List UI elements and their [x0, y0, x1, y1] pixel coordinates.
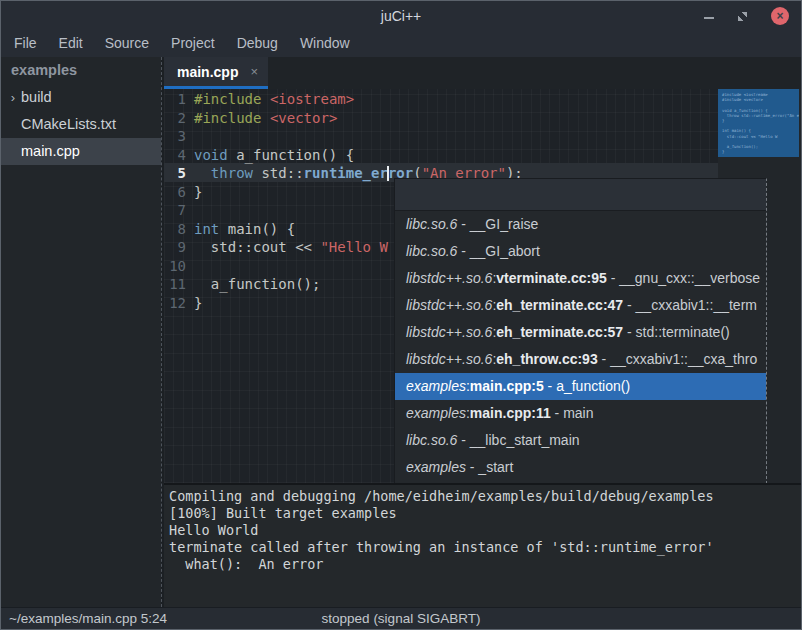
frame-text-segment: libc.so.6: [406, 216, 457, 232]
tab-close-icon[interactable]: ×: [250, 64, 258, 79]
source-map-viewport[interactable]: #include <iostream> #include <vector> vo…: [718, 89, 799, 157]
debug-status: stopped (signal SIGABRT): [322, 611, 481, 626]
terminal-line: Compiling and debugging /home/eidheim/ex…: [169, 488, 796, 505]
frame-text-segment: - __GI_abort: [457, 243, 540, 259]
chevron-right-icon[interactable]: ›: [5, 84, 21, 111]
terminal-line: terminate called after throwing an insta…: [169, 539, 796, 556]
code-line-text: }: [186, 183, 202, 202]
frame-text-segment: - __gnu_cxx::__verbose: [607, 270, 760, 286]
line-number: 2: [164, 109, 186, 128]
sidebar-item-label: CMakeLists.txt: [21, 111, 116, 138]
frame-text-segment: - __cxxabiv1::__term: [623, 297, 757, 313]
line-number: 12: [164, 294, 186, 313]
line-number: 9: [164, 238, 186, 257]
code-token: #include: [194, 110, 261, 126]
line-number: 3: [164, 127, 186, 146]
frame-text-segment: - __GI_raise: [457, 216, 538, 232]
frame-text-segment: - a_function(): [544, 378, 630, 394]
frame-text-segment: eh_throw.cc:93: [496, 351, 597, 367]
backtrace-frame[interactable]: libstdc++.so.6:eh_terminate.cc:47 - __cx…: [395, 292, 766, 319]
menu-item-source[interactable]: Source: [94, 31, 160, 57]
backtrace-frame[interactable]: libstdc++.so.6:eh_throw.cc:93 - __cxxabi…: [395, 346, 766, 373]
frame-text-segment: main.cpp:5: [470, 378, 544, 394]
menu-item-project[interactable]: Project: [160, 31, 226, 57]
backtrace-frame[interactable]: libc.so.6 - __GI_raise: [395, 211, 766, 238]
code-token: [261, 91, 269, 107]
code-line-text: [186, 127, 194, 146]
code-token: #include: [194, 91, 261, 107]
frame-text-segment: examples: [406, 405, 466, 421]
menu-item-file[interactable]: File: [3, 31, 48, 57]
code-token: [194, 165, 211, 181]
frame-text-segment: - _start: [466, 459, 513, 475]
code-token: int: [194, 221, 219, 237]
title-bar: juCi++ ×: [1, 1, 801, 31]
backtrace-frame[interactable]: libc.so.6 - __libc_start_main: [395, 427, 766, 454]
backtrace-popup: libc.so.6 - __GI_raiselibc.so.6 - __GI_a…: [394, 178, 767, 483]
code-line-text: }: [186, 294, 202, 313]
frame-text-segment: - main: [551, 405, 594, 421]
backtrace-frame[interactable]: libstdc++.so.6:vterminate.cc:95 - __gnu_…: [395, 265, 766, 292]
code-line-text: #include <vector>: [186, 109, 337, 128]
line-number: 6: [164, 183, 186, 202]
code-token: a_function() {: [228, 147, 354, 163]
backtrace-frame[interactable]: libstdc++.so.6:eh_terminate.cc:57 - std:…: [395, 319, 766, 346]
sidebar-item-main-cpp[interactable]: main.cpp: [1, 138, 161, 165]
code-token: std::cout <<: [194, 239, 320, 255]
menu-bar: FileEditSourceProjectDebugWindow: [1, 31, 801, 57]
code-token: void: [194, 147, 228, 163]
code-line[interactable]: 4void a_function() {: [164, 146, 718, 165]
backtrace-frame[interactable]: libc.so.6 - __GI_abort: [395, 238, 766, 265]
frame-text-segment: libstdc++.so.6: [406, 297, 492, 313]
menu-item-edit[interactable]: Edit: [48, 31, 94, 57]
line-number: 10: [164, 257, 186, 276]
menu-item-debug[interactable]: Debug: [226, 31, 289, 57]
code-token: "Hello W: [320, 239, 387, 255]
frame-text-segment: libstdc++.so.6: [406, 324, 492, 340]
status-bar: ~/examples/main.cpp 5:24 stopped (signal…: [1, 607, 801, 629]
tab-bar: main.cpp ×: [164, 57, 801, 89]
frame-text-segment: libstdc++.so.6: [406, 270, 492, 286]
code-token: <vector>: [270, 110, 337, 126]
backtrace-frame[interactable]: examples:main.cpp:11 - main: [395, 400, 766, 427]
terminal-line: [100%] Built target examples: [169, 505, 796, 522]
editor-pane: main.cpp × 1#include <iostream>2#include…: [164, 57, 801, 607]
line-number: 4: [164, 146, 186, 165]
backtrace-search-input[interactable]: [395, 179, 766, 211]
restore-icon[interactable]: [738, 12, 747, 21]
build-output-terminal[interactable]: Compiling and debugging /home/eidheim/ex…: [164, 483, 801, 607]
window-controls: ×: [704, 1, 789, 31]
frame-text-segment: eh_terminate.cc:47: [496, 297, 623, 313]
frame-text-segment: eh_terminate.cc:57: [496, 324, 623, 340]
backtrace-frame[interactable]: examples:main.cpp:5 - a_function(): [395, 373, 766, 400]
code-token: }: [194, 295, 202, 311]
code-line-text: void a_function() {: [186, 146, 354, 165]
code-line[interactable]: 1#include <iostream>: [164, 90, 718, 109]
menu-item-window[interactable]: Window: [289, 31, 361, 57]
tab-label: main.cpp: [177, 64, 238, 80]
frame-text-segment: examples: [406, 459, 466, 475]
window-title: juCi++: [1, 1, 801, 31]
line-number: 11: [164, 275, 186, 294]
frame-text-segment: vterminate.cc:95: [496, 270, 607, 286]
frame-text-segment: - __cxxabiv1::__cxa_thro: [598, 351, 758, 367]
code-line[interactable]: 3: [164, 127, 718, 146]
minimize-icon[interactable]: [704, 17, 714, 19]
tab-main-cpp[interactable]: main.cpp ×: [164, 57, 268, 89]
frame-text-segment: libstdc++.so.6: [406, 351, 492, 367]
project-name-header: examples: [1, 57, 161, 84]
sidebar-item-build[interactable]: ›build: [1, 84, 161, 111]
close-icon[interactable]: ×: [771, 7, 789, 25]
frame-text-segment: - std::terminate(): [623, 324, 730, 340]
code-editor[interactable]: 1#include <iostream>2#include <vector>34…: [164, 89, 801, 483]
code-token: a_function();: [194, 276, 320, 292]
file-tree-sidebar: examples ›buildCMakeLists.txtmain.cpp: [1, 57, 161, 607]
sidebar-item-cmakelists-txt[interactable]: CMakeLists.txt: [1, 111, 161, 138]
line-number: 7: [164, 201, 186, 220]
frame-text-segment: - __libc_start_main: [457, 432, 579, 448]
frame-text-segment: examples: [406, 378, 466, 394]
code-line[interactable]: 2#include <vector>: [164, 109, 718, 128]
backtrace-frame[interactable]: examples - _start: [395, 454, 766, 481]
code-line-text: [186, 201, 194, 220]
app-window: juCi++ × FileEditSourceProjectDebugWindo…: [0, 0, 802, 630]
